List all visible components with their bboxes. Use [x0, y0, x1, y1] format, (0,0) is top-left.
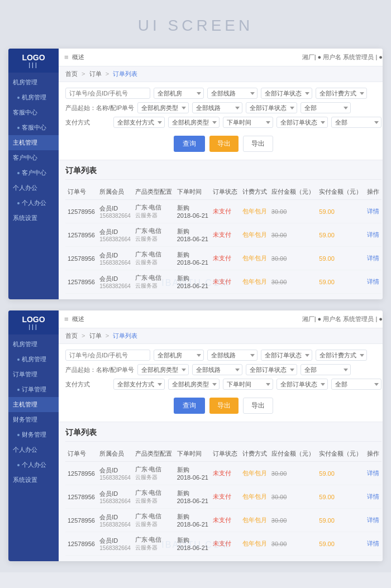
cell-time: 新购 2018-06-21	[175, 247, 211, 270]
query-button[interactable]: 查询	[174, 136, 205, 152]
menu-icon[interactable]: ≡	[64, 53, 69, 61]
sidebar2-item-jifang-sub[interactable]: 机房管理	[8, 352, 59, 367]
export-orange-button[interactable]: 导出	[209, 136, 239, 152]
select-payment-3[interactable]: 全部支付方式	[113, 117, 165, 128]
filter-label-3: 支付方式	[65, 118, 110, 127]
sidebar2-dot-2	[17, 389, 20, 391]
product-name: 广东·电信	[135, 536, 172, 544]
detail-link[interactable]: 详情	[367, 540, 379, 547]
select2-status-1[interactable]: 全部订单状态	[261, 350, 312, 361]
select2-ordertime-3[interactable]: 下单时间	[223, 379, 273, 390]
cell-action[interactable]: 详情	[365, 223, 382, 247]
sidebar-item-geren[interactable]: 个人办公	[8, 180, 59, 195]
select-xiaoshou-2[interactable]: 全部	[301, 102, 351, 113]
order-date: 2018-06-21	[177, 283, 209, 289]
should-pay: 30.00	[271, 494, 287, 500]
sidebar2-item-system[interactable]: 系统设置	[8, 472, 59, 487]
cell-member: 会员ID 1568382664	[97, 270, 133, 294]
sidebar-item-jifang[interactable]: 机房管理	[8, 75, 59, 90]
detail-link[interactable]: 详情	[367, 208, 379, 214]
menu-icon-2[interactable]: ≡	[64, 315, 69, 323]
sidebar-dot-3	[17, 172, 20, 174]
export-button[interactable]: 导出	[243, 136, 273, 152]
breadcrumb-order-2[interactable]: 订单	[89, 332, 102, 339]
sidebar2-item-jifang[interactable]: 机房管理	[8, 337, 59, 352]
select-xianlu-1[interactable]: 全部线路	[207, 88, 258, 99]
table-section: 订单列表 订单号 所属会员 产品类型配置 下单时间 订单状态 计费方式 应付金额…	[59, 160, 383, 299]
sidebar2-item-label: 订单管理	[13, 370, 37, 379]
select-status-2[interactable]: 全部订单状态	[246, 102, 297, 113]
select2-xiaoshou-2[interactable]: 全部	[301, 364, 351, 375]
order-search-input[interactable]	[65, 88, 150, 99]
select2-billing-1[interactable]: 全部计费方式	[316, 350, 367, 361]
export-orange-button-2[interactable]: 导出	[209, 398, 239, 414]
breadcrumb-home-2[interactable]: 首页	[65, 332, 78, 339]
sidebar2-item-kehuzx[interactable]: 财务管理	[8, 412, 59, 427]
select2-xianlu-1[interactable]: 全部线路	[207, 350, 258, 361]
cell-action[interactable]: 详情	[365, 200, 382, 223]
sidebar-item-jifang-sub[interactable]: 机房管理	[8, 90, 59, 105]
select2-jiufangtype-3[interactable]: 全部机房类型	[168, 379, 220, 390]
sidebar2-item-zhujiguanli[interactable]: 主机管理	[8, 397, 59, 412]
select2-status-2[interactable]: 全部订单状态	[246, 364, 297, 375]
detail-link[interactable]: 详情	[367, 231, 379, 238]
select2-payment-3[interactable]: 全部支付方式	[113, 379, 165, 390]
sidebar2-item-dingdan[interactable]: 订单管理	[8, 367, 59, 382]
breadcrumb-home[interactable]: 首页	[65, 70, 78, 77]
query-button-2[interactable]: 查询	[174, 398, 205, 414]
cell-action[interactable]: 详情	[365, 247, 382, 270]
status-badge: 未支付	[213, 278, 231, 285]
actual-pay: 59.00	[319, 208, 335, 215]
detail-link[interactable]: 详情	[367, 278, 379, 285]
sidebar2-item-label: 财务管理	[13, 415, 37, 424]
cell-action[interactable]: 详情	[365, 485, 382, 509]
select2-jiufang-1[interactable]: 全部机房	[154, 350, 204, 361]
select-peizhi-2[interactable]: 全部线路	[192, 102, 242, 113]
cell-action[interactable]: 详情	[365, 509, 382, 532]
pay-method-label: 包年包月	[242, 231, 267, 238]
table-row: 12578956 会员ID 1568382664 广东·电信 云服务器 新购 2…	[65, 200, 382, 223]
cell-actual: 59.00	[317, 509, 364, 532]
status-badge: 未支付	[213, 540, 231, 547]
detail-link[interactable]: 详情	[367, 493, 379, 500]
select-jiufangtype-3[interactable]: 全部机房类型	[168, 117, 220, 128]
sidebar2-item-geren[interactable]: 个人办公	[8, 442, 59, 457]
should-pay: 30.00	[271, 232, 287, 238]
detail-link[interactable]: 详情	[367, 255, 379, 261]
sidebar-item-kehuzx-sub[interactable]: 客户中心	[8, 165, 59, 180]
cell-member: 会员ID 1568382664	[97, 509, 133, 532]
cell-actual: 59.00	[317, 532, 364, 556]
filter-row-2-2: 产品起始：名称/配IP单号 全部机房类型 全部线路 全部订单状态 全部	[65, 364, 382, 375]
sidebar2-item-kehuzx-sub[interactable]: 财务管理	[8, 427, 59, 442]
export-button-2[interactable]: 导出	[243, 398, 273, 414]
select2-all-3[interactable]: 全部	[331, 379, 382, 390]
select-jiufang-1[interactable]: 全部机房	[154, 88, 204, 99]
sidebar-item-geren-sub[interactable]: 个人办公	[8, 195, 59, 211]
select2-peizhi-2[interactable]: 全部线路	[192, 364, 242, 375]
breadcrumb-order[interactable]: 订单	[89, 70, 102, 77]
sidebar-item-kehuzx[interactable]: 客户中心	[8, 150, 59, 165]
detail-link[interactable]: 详情	[367, 470, 379, 476]
sidebar-item-zhujiguanli[interactable]: 主机管理	[8, 135, 59, 150]
select-billing-1[interactable]: 全部计费方式	[316, 88, 367, 99]
col2-should: 应付金额（元）	[269, 446, 317, 462]
sidebar2-item-geren-sub[interactable]: 个人办公	[8, 457, 59, 472]
cell-action[interactable]: 详情	[365, 532, 382, 556]
select-status-3[interactable]: 全部订单状态	[276, 117, 328, 128]
select-ordertime-3[interactable]: 下单时间	[223, 117, 273, 128]
sidebar-item-kefu[interactable]: 客服中心	[8, 105, 59, 120]
sidebar-item-kefu-sub[interactable]: 客服中心	[8, 120, 59, 135]
select-all-3[interactable]: 全部	[331, 117, 382, 128]
detail-link[interactable]: 详情	[367, 517, 379, 523]
sidebar2-item-dingdan-sub[interactable]: 订单管理	[8, 382, 59, 397]
cell-action[interactable]: 详情	[365, 270, 382, 294]
select2-jiufangtype-2[interactable]: 全部机房类型	[137, 364, 189, 375]
select-jiufangtype-2[interactable]: 全部机房类型	[137, 102, 189, 113]
order-search-input-2[interactable]	[65, 350, 150, 361]
cell-product: 广东·电信 云服务器	[133, 200, 174, 223]
col-actual: 实付金额（元）	[317, 184, 364, 200]
sidebar-item-system[interactable]: 系统设置	[8, 211, 59, 226]
select2-status-3[interactable]: 全部订单状态	[276, 379, 328, 390]
select-status-1[interactable]: 全部订单状态	[261, 88, 312, 99]
cell-action[interactable]: 详情	[365, 462, 382, 485]
